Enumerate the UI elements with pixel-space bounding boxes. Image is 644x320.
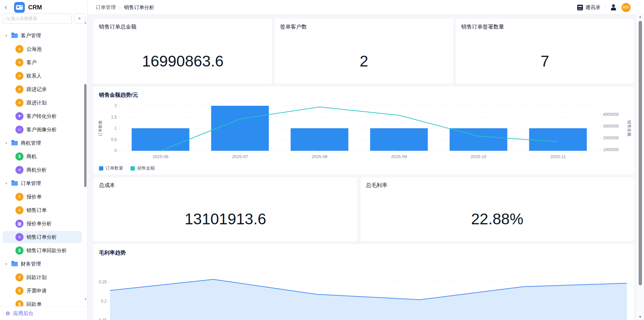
stat-label: 签单客户数 (280, 24, 307, 31)
gear-icon: ⚙ (5, 310, 10, 317)
stat-value: 16990863.6 (94, 38, 272, 84)
tree-item-2-1[interactable]: ≡销售订单 (0, 203, 84, 217)
scroll-up-icon[interactable]: ▲ (636, 15, 644, 18)
tree-item-0-3[interactable]: ≡跟进记录 (0, 83, 84, 96)
tree-item-1-0[interactable]: $商机 (0, 150, 84, 163)
doc-lines-icon: ≡ (15, 233, 23, 241)
caret-down-icon[interactable]: ▾ (5, 262, 10, 266)
tree-item-0-0[interactable]: ≡公海池 (0, 42, 84, 56)
bar-2025-07[interactable] (211, 106, 269, 151)
tree-item-0-6[interactable]: ☺客户画像分析 (0, 123, 84, 136)
left-axis-tick: 2 (114, 103, 117, 108)
caret-down-icon[interactable]: ▾ (5, 34, 10, 38)
stat-value: 13101913.6 (94, 197, 357, 241)
sidebar-search-row: 输入名称搜索 + (3, 13, 85, 24)
tree-item-label: 商机 (26, 153, 37, 160)
bar-2025-10[interactable] (450, 128, 507, 151)
breadcrumb-order-management[interactable]: 订单管理 (96, 4, 116, 11)
tree-group-label: 财务管理 (21, 261, 41, 267)
tree-item-label: 客户转化分析 (26, 113, 57, 120)
tree-item-2-4[interactable]: $销售订单回款分析 (0, 244, 84, 257)
tree-group-0[interactable]: ▾客户管理 (0, 29, 84, 42)
tree-group-label: 订单管理 (21, 180, 41, 187)
tree-group-3[interactable]: ▾财务管理 (0, 257, 84, 271)
sales-trend-chart[interactable]: 00.511.52订单数量2025-062025-072025-082025-0… (94, 89, 634, 166)
folder-icon (11, 34, 18, 38)
doc-lines-icon: ≡ (15, 206, 23, 214)
margin-trend-chart[interactable]: 0.250.20.150.10.05 (94, 258, 634, 320)
tree-group-1[interactable]: ▾商机管理 (0, 136, 84, 150)
sidebar-scroll-up-icon[interactable]: ▲ (84, 21, 88, 24)
tree-item-2-2[interactable]: ▦报价单分析 (0, 217, 84, 230)
collapse-sidebar-icon[interactable]: ‹ (5, 4, 12, 11)
app-title: CRM (28, 4, 42, 11)
left-axis-tick: 1 (114, 126, 117, 131)
right-axis-tick: 4000000 (603, 112, 619, 117)
tree-group-2[interactable]: ▾订单管理 (0, 177, 84, 190)
sidebar-tree: ▾客户管理≡公海池≡客户≡联系人≡跟进记录≡跟进计划▼客户转化分析☺客户画像分析… (0, 29, 84, 306)
tree-item-0-2[interactable]: ≡联系人 (0, 69, 84, 83)
x-axis-label: 2025-09 (391, 154, 407, 159)
stat-label: 总毛利率 (366, 182, 387, 189)
scroll-down-icon[interactable]: ▼ (636, 315, 644, 319)
sidebar-scroll-down-icon[interactable]: ▼ (84, 298, 88, 301)
bar-2025-11[interactable] (529, 128, 587, 151)
search-input[interactable]: 输入名称搜索 (3, 13, 72, 24)
tree-item-label: 客户画像分析 (26, 127, 57, 133)
caret-down-icon[interactable]: ▾ (5, 181, 10, 186)
tree-item-label: 回款单 (26, 301, 42, 307)
legend-item[interactable]: 订单数量 (99, 165, 123, 171)
tree-item-3-0[interactable]: ≡回款计划 (0, 271, 84, 284)
tree-item-0-4[interactable]: ≡跟进计划 (0, 96, 84, 109)
doc-lines-icon: ≡ (15, 193, 23, 201)
bar-2025-08[interactable] (291, 128, 348, 151)
doc-lines-icon: ≡ (15, 58, 23, 66)
tree-item-label: 商机分析 (26, 167, 47, 173)
tree-item-label: 客户 (26, 59, 37, 66)
left-axis-title: 订单数量 (98, 120, 103, 136)
tree-item-1-1[interactable]: ≡商机分析 (0, 163, 84, 177)
tree-item-3-2[interactable]: $回款单 (0, 298, 84, 306)
stat-card-total-cost: 总成本 13101913.6 (94, 177, 357, 241)
tree-item-label: 开票申请 (26, 288, 47, 294)
stat-value: 7 (456, 38, 634, 84)
bar-2025-06[interactable] (132, 128, 190, 151)
app-backend-link[interactable]: ⚙ 应用后台 (0, 306, 87, 320)
dollar-icon: $ (15, 300, 23, 306)
sidebar: ‹ CRM 输入名称搜索 + ▾客户管理≡公海池≡客户≡联系人≡跟进记录≡跟进计… (0, 0, 88, 320)
main-content: 销售订单总金额 16990863.6 签单客户数 2 销售订单签署数量 7 销售… (88, 15, 636, 320)
doc-lines-icon: ≡ (15, 45, 23, 53)
tree-item-label: 报价单分析 (26, 221, 52, 227)
avatar[interactable]: 祝军 (622, 3, 631, 12)
tree-item-label: 联系人 (26, 73, 42, 79)
tree-item-label: 公海池 (26, 46, 42, 52)
contacts-button[interactable]: 通讯录 (577, 4, 600, 11)
folder-icon (11, 181, 18, 186)
tree-group-label: 商机管理 (21, 140, 41, 146)
bar-2025-09[interactable] (370, 128, 428, 151)
caret-down-icon[interactable]: ▾ (5, 141, 10, 145)
tree-item-2-3[interactable]: ≡销售订单分析 (0, 230, 84, 244)
page-scrollbar[interactable]: ▲ ▼ (636, 13, 644, 320)
tree-item-0-1[interactable]: ≡客户 (0, 56, 84, 69)
tree-item-3-1[interactable]: ¥开票申请 (0, 284, 84, 298)
top-header: 订单管理 › 销售订单分析 通讯录 祝军 (88, 0, 644, 15)
tree-item-2-0[interactable]: ≡报价单 (0, 190, 84, 203)
margin-trend-chart-card: 毛利率趋势 0.250.20.150.10.05 (94, 244, 634, 320)
user-icon[interactable] (610, 4, 617, 11)
right-axis-title: 销售金额 (627, 120, 632, 136)
legend-swatch-icon (130, 166, 135, 171)
app-backend-label: 应用后台 (13, 310, 33, 317)
page-scrollbar-thumb[interactable] (639, 21, 642, 285)
tree-item-label: 报价单 (26, 194, 42, 200)
x-axis-label: 2025-06 (153, 154, 169, 159)
chart-title: 毛利率趋势 (99, 249, 126, 257)
stat-label: 销售订单签署数量 (461, 24, 504, 31)
tree-item-label: 销售订单分析 (26, 234, 57, 240)
legend-item[interactable]: 销售金额 (130, 165, 155, 171)
y-axis-tick: 0.15 (99, 318, 107, 320)
person-card-icon: ☺ (15, 126, 23, 134)
sidebar-scrollbar-thumb[interactable] (84, 84, 87, 187)
tree-item-0-5[interactable]: ▼客户转化分析 (0, 109, 84, 123)
sales-trend-chart-card: 销售金额趋势/元 00.511.52订单数量2025-062025-072025… (94, 86, 634, 175)
